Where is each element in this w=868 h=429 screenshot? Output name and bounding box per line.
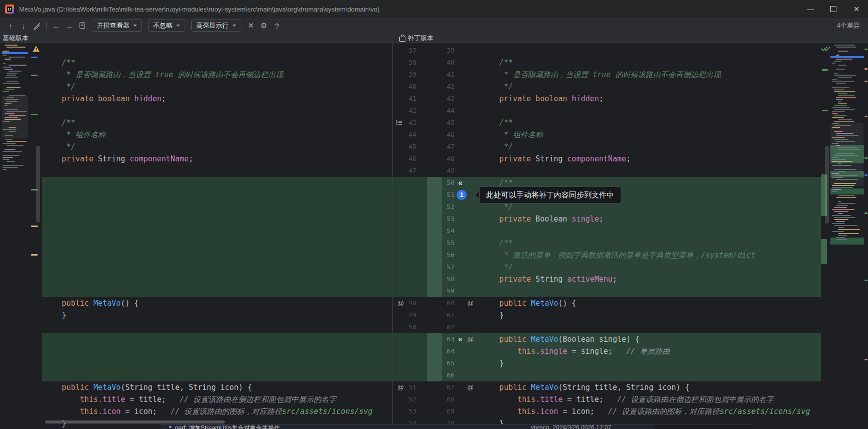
base-code-line[interactable] — [42, 177, 392, 189]
base-code-line[interactable] — [42, 285, 392, 297]
base-code-line[interactable] — [42, 321, 392, 333]
base-code-line[interactable]: private String componentName; — [42, 153, 392, 165]
change-marker[interactable] — [31, 254, 38, 256]
previous-difference-button[interactable]: ↑ — [4, 20, 17, 31]
base-code-line[interactable]: this.icon = icon; // 设置该路由的图标，对应路径src/as… — [42, 405, 392, 417]
patch-code-line[interactable]: public MetaVo(String title, String icon)… — [480, 381, 821, 393]
annotation-at-icon[interactable]: @ — [467, 297, 474, 309]
change-marker[interactable] — [31, 114, 38, 115]
patch-code-line[interactable]: /** — [480, 237, 821, 249]
vertical-scrollbar-thumb[interactable] — [825, 146, 829, 224]
patch-code-line[interactable]: private String activeMenu; — [480, 273, 821, 285]
forward-button[interactable]: → — [63, 20, 76, 31]
edit-pencil-button[interactable] — [30, 20, 43, 31]
base-code-line[interactable]: */ — [42, 141, 392, 153]
change-marker[interactable] — [822, 69, 828, 71]
patch-code-line[interactable]: private Boolean single; — [480, 213, 821, 225]
base-code-line[interactable] — [42, 345, 392, 357]
settings-button[interactable]: ⚙ — [257, 20, 270, 31]
help-button[interactable]: ? — [270, 20, 283, 31]
patch-code-line[interactable]: this.icon = icon; // 设置该路由的图标，对应路径src/as… — [480, 405, 821, 417]
patch-code-line[interactable]: */ — [480, 81, 821, 93]
patch-code-line[interactable]: private String componentName; — [480, 153, 821, 165]
error-stripe-marker[interactable] — [864, 359, 867, 360]
annotation-at-icon[interactable]: @ — [397, 381, 404, 393]
base-code-line[interactable]: public MetaVo() { — [42, 297, 392, 309]
change-marker[interactable] — [822, 110, 828, 111]
left-code-minimap[interactable] — [1, 43, 29, 429]
base-code-line[interactable] — [42, 369, 392, 381]
change-marker[interactable] — [31, 226, 38, 227]
error-stripe-marker[interactable] — [864, 174, 867, 176]
patch-version-editor[interactable]: /** * 是否隐藏路由，当设置 true 的时候该路由不会再侧边栏出现 */ … — [480, 43, 821, 429]
base-code-line[interactable] — [42, 261, 392, 273]
patch-code-line[interactable]: * 组件名称 — [480, 129, 821, 141]
patch-code-line[interactable]: /** — [480, 57, 821, 69]
commit-annotation-popup[interactable]: ● perf: 增加StreamUtils集合对象合并操作 yixiaco, 2… — [161, 424, 753, 429]
error-stripe-marker[interactable] — [864, 157, 867, 159]
viewer-mode-dropdown[interactable]: 并排查看器 — [92, 20, 142, 32]
base-code-line[interactable] — [42, 45, 392, 57]
compare-file-button[interactable] — [76, 20, 89, 31]
horizontal-scrollbar[interactable] — [45, 420, 225, 423]
base-code-line[interactable] — [42, 249, 392, 261]
base-code-line[interactable] — [42, 237, 392, 249]
patch-code-line[interactable] — [480, 285, 821, 297]
annotation-at-icon[interactable]: @ — [467, 381, 474, 393]
patch-code-line[interactable]: } — [480, 309, 821, 321]
error-stripe-marker[interactable] — [864, 81, 867, 82]
base-code-line[interactable] — [42, 213, 392, 225]
minimize-button[interactable]: — — [799, 0, 822, 18]
minimap-viewport[interactable] — [830, 123, 863, 186]
right-scrollbar-stripe[interactable] — [821, 43, 830, 429]
error-stripe-marker[interactable] — [864, 49, 867, 50]
change-marker[interactable] — [31, 75, 38, 76]
patch-code-line[interactable]: public MetaVo(Boolean single) { — [480, 333, 821, 345]
base-code-line[interactable]: /** — [42, 117, 392, 129]
sync-step-badge[interactable]: 1 — [457, 190, 467, 200]
patch-code-line[interactable]: * 激活的菜单，例如字典数据激活的菜单是字典类型菜单，/system/dict — [480, 249, 821, 261]
base-code-line[interactable]: private boolean hidden; — [42, 93, 392, 105]
left-scrollbar-stripe[interactable] — [29, 43, 42, 429]
patch-code-line[interactable] — [480, 105, 821, 117]
patch-code-line[interactable]: this.title = title; // 设置该路由在侧边栏和面包屑中展示的… — [480, 393, 821, 405]
highlight-mode-dropdown[interactable]: 高亮显示行 — [191, 20, 241, 32]
right-code-minimap[interactable] — [830, 43, 864, 429]
error-stripe-marker[interactable] — [864, 280, 867, 281]
patch-code-line[interactable]: /** — [480, 117, 821, 129]
base-code-line[interactable]: this.title = title; // 设置该路由在侧边栏和面包屑中展示的… — [42, 393, 392, 405]
error-stripe-marker[interactable] — [864, 68, 867, 70]
base-code-line[interactable] — [42, 333, 392, 345]
maximize-button[interactable] — [822, 0, 845, 18]
apply-change-chevron-icon[interactable]: « — [458, 333, 463, 345]
error-stripe-marker[interactable] — [864, 212, 867, 214]
patch-code-line[interactable] — [480, 369, 821, 381]
disable-editing-button[interactable]: ✕ — [244, 20, 257, 31]
annotate-icon[interactable] — [396, 119, 403, 126]
patch-code-line[interactable]: */ — [480, 141, 821, 153]
patch-code-line[interactable]: private boolean hidden; — [480, 93, 821, 105]
base-code-line[interactable]: * 组件名称 — [42, 129, 392, 141]
change-marker[interactable] — [31, 57, 38, 58]
annotation-at-icon[interactable]: @ — [467, 333, 474, 345]
patch-code-line[interactable] — [480, 45, 821, 57]
close-button[interactable]: ✕ — [845, 0, 868, 18]
patch-code-line[interactable]: this.single = single; // 单层路由 — [480, 345, 821, 357]
whitespace-ignore-dropdown[interactable]: 不忽略 — [148, 20, 185, 32]
base-code-line[interactable] — [42, 357, 392, 369]
base-code-line[interactable] — [42, 165, 392, 177]
patch-code-line[interactable]: * 是否隐藏路由，当设置 true 的时候该路由不会再侧边栏出现 — [480, 69, 821, 81]
annotation-at-icon[interactable]: @ — [397, 297, 404, 309]
back-button[interactable]: ← — [50, 20, 63, 31]
base-code-line[interactable]: * 是否隐藏路由，当设置 true 的时候该路由不会再侧边栏出现 — [42, 69, 392, 81]
patch-code-line[interactable] — [480, 321, 821, 333]
patch-code-line[interactable]: } — [480, 357, 821, 369]
base-version-editor[interactable]: /** * 是否隐藏路由，当设置 true 的时候该路由不会再侧边栏出现 */ … — [42, 43, 392, 429]
error-stripe-marker[interactable] — [864, 116, 867, 117]
base-code-line[interactable]: */ — [42, 81, 392, 93]
patch-code-line[interactable]: public MetaVo() { — [480, 297, 821, 309]
error-stripe[interactable] — [864, 43, 868, 429]
patch-code-line[interactable] — [480, 165, 821, 177]
vertical-scrollbar-thumb[interactable] — [36, 146, 40, 223]
base-code-line[interactable]: /** — [42, 57, 392, 69]
